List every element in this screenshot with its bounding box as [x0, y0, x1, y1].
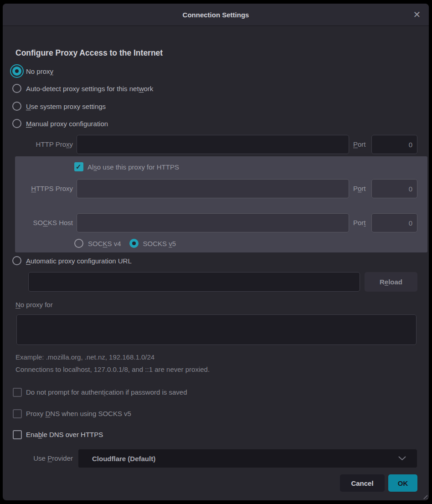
radio-label: Auto-detect proxy settings for this netw… [26, 85, 153, 93]
checkbox-label: Do not prompt for authentication if pass… [26, 388, 187, 396]
checkbox-label: Proxy DNS when using SOCKS v5 [26, 410, 131, 417]
checkbox-enable-doh[interactable]: Enable DNS over HTTPS [13, 430, 103, 439]
close-icon[interactable]: ✕ [411, 8, 423, 21]
radio-icon [129, 239, 139, 248]
radio-label: Use system proxy settings [26, 103, 106, 110]
socks-v4-label: SOCKS v4 [88, 240, 121, 247]
checkbox-proxy-dns-socks5: Proxy DNS when using SOCKS v5 [13, 409, 131, 418]
no-proxy-for-textarea [16, 314, 417, 345]
radio-label: Automatic proxy configuration URL [26, 257, 132, 265]
checkbox-icon [13, 388, 22, 397]
provider-dropdown-value: Cloudflare (Default) [92, 455, 398, 463]
checkbox-no-prompt-auth: Do not prompt for authentication if pass… [13, 387, 187, 397]
https-proxy-label: HTTPS Proxy [13, 179, 73, 198]
page-title: Configure Proxy Access to the Internet [15, 48, 163, 58]
radio-icon [12, 102, 21, 111]
chevron-down-icon [398, 456, 406, 461]
provider-dropdown: Cloudflare (Default) [78, 449, 417, 468]
no-proxy-note-text: Connections to localhost, 127.0.0.1/8, a… [15, 365, 210, 373]
radio-option-manual-proxy[interactable]: Manual proxy configuration [12, 118, 108, 129]
auto-config-url-input [28, 272, 360, 292]
http-port-input [371, 135, 417, 154]
no-proxy-for-label: No proxy for [15, 301, 53, 309]
resize-grip[interactable] [422, 493, 427, 499]
https-proxy-input [77, 179, 349, 198]
socks-port-input [371, 213, 417, 232]
radio-label: No proxy [26, 67, 53, 75]
radio-option-auto-url[interactable]: Automatic proxy configuration URL [12, 255, 132, 266]
cancel-button[interactable]: Cancel [340, 474, 385, 492]
dialog-titlebar: Connection Settings ✕ [3, 4, 429, 26]
radio-icon [74, 239, 83, 248]
checkbox-icon [13, 430, 22, 439]
radio-option-no-proxy[interactable]: No proxy [12, 66, 53, 77]
dialog-title: Connection Settings [183, 11, 249, 19]
reload-button: Reload [365, 272, 417, 292]
https-port-input [371, 179, 417, 198]
http-port-label: Port [353, 135, 366, 154]
checkbox-label: Also use this proxy for HTTPS [87, 163, 179, 171]
radio-icon [12, 84, 21, 93]
radio-option-auto-detect[interactable]: Auto-detect proxy settings for this netw… [12, 83, 153, 94]
ok-button[interactable]: OK [388, 474, 417, 492]
checkbox-label: Enable DNS over HTTPS [26, 431, 103, 438]
http-proxy-label: HTTP Proxy [13, 135, 73, 154]
no-proxy-example-text: Example: .mozilla.org, .net.nz, 192.168.… [15, 353, 154, 361]
radio-option-system-proxy[interactable]: Use system proxy settings [12, 101, 106, 112]
radio-icon [12, 256, 21, 265]
socks-host-input [77, 213, 349, 232]
connection-settings-dialog: Connection Settings ✕ Configure Proxy Ac… [3, 4, 429, 500]
radio-icon [12, 119, 21, 128]
checkbox-also-use-https: Also use this proxy for HTTPS [74, 162, 179, 172]
socks-v5-label: SOCKS v5 [143, 240, 176, 247]
http-proxy-input [77, 135, 349, 154]
use-provider-label: Use Provider [13, 449, 73, 468]
radio-label: Manual proxy configuration [26, 120, 108, 128]
socks-host-label: SOCKS Host [13, 213, 73, 232]
socks-port-label: Port [353, 213, 366, 232]
https-port-label: Port [353, 179, 366, 198]
radio-icon [12, 67, 21, 76]
checkbox-icon [13, 409, 22, 418]
socks-version-group: SOCKS v4 SOCKS v5 [74, 238, 176, 248]
checkbox-icon [74, 162, 83, 171]
